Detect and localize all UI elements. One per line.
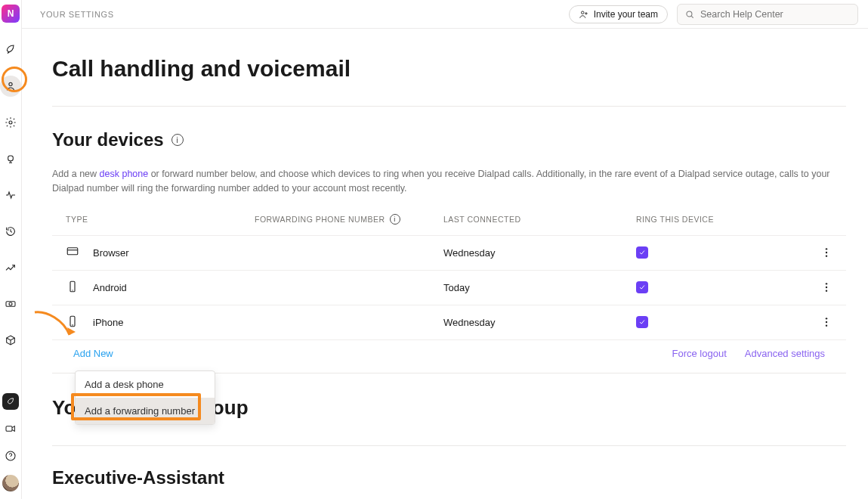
- nav-settings-gear-icon[interactable]: [0, 112, 21, 133]
- svg-point-16: [826, 283, 827, 284]
- user-avatar[interactable]: [2, 475, 19, 491]
- svg-point-7: [11, 458, 11, 459]
- device-type: Browser: [93, 247, 129, 259]
- topbar: YOUR SETTINGS Invite your team: [22, 0, 868, 29]
- devices-table: TYPE FORWARDING PHONE NUMBER i LAST CONN…: [52, 203, 846, 367]
- advanced-settings-link[interactable]: Advanced settings: [745, 348, 825, 359]
- device-last-connected: Wednesday: [443, 247, 636, 259]
- add-new-link[interactable]: Add New: [73, 348, 113, 359]
- svg-rect-2: [8, 156, 14, 161]
- divider: [52, 445, 846, 446]
- desk-phone-link[interactable]: desk phone: [100, 169, 149, 179]
- app-logo[interactable]: N: [2, 5, 20, 23]
- svg-rect-5: [6, 426, 12, 432]
- device-last-connected: Wednesday: [443, 317, 636, 328]
- row-kebab-menu[interactable]: [787, 281, 832, 293]
- dropdown-item[interactable]: Add a desk phone: [76, 371, 215, 398]
- devices-table-header: TYPE FORWARDING PHONE NUMBER i LAST CONN…: [52, 203, 846, 235]
- devices-description: Add a new desk phone or forward number b…: [52, 167, 846, 196]
- iphone-icon: [66, 315, 79, 330]
- nav-help-icon[interactable]: [2, 448, 19, 464]
- nav-apps-icon[interactable]: [2, 393, 19, 410]
- nav-media-icon[interactable]: [0, 293, 21, 315]
- svg-point-11: [826, 248, 827, 250]
- search-icon: [684, 9, 695, 20]
- devices-table-footer: Add New Force logout Advanced settings A…: [52, 339, 846, 367]
- nav-quickstart-icon[interactable]: [0, 39, 21, 60]
- search-input[interactable]: [677, 4, 858, 25]
- divider: [52, 106, 846, 107]
- ring-device-checkbox[interactable]: [636, 281, 648, 293]
- content: Call handling and voicemail Your devices…: [22, 29, 868, 499]
- svg-rect-20: [72, 324, 73, 325]
- svg-point-23: [826, 324, 827, 326]
- device-type: iPhone: [93, 317, 123, 328]
- col-forwarding: FORWARDING PHONE NUMBER i: [255, 214, 443, 225]
- info-icon[interactable]: i: [390, 214, 400, 225]
- svg-point-17: [826, 287, 827, 288]
- nav-video-icon[interactable]: [2, 420, 19, 437]
- add-new-dropdown: Add a desk phoneAdd a forwarding number: [75, 370, 215, 425]
- ring-device-checkbox[interactable]: [636, 316, 648, 328]
- col-last: LAST CONNECTED: [443, 214, 636, 225]
- nav-history-icon[interactable]: [0, 221, 21, 242]
- exec-section-title: Executive-Assistant: [52, 467, 846, 488]
- col-type: TYPE: [66, 214, 255, 225]
- nav-profile-icon[interactable]: [0, 76, 21, 97]
- svg-point-18: [826, 290, 827, 291]
- device-type: Android: [93, 282, 127, 293]
- page-title: Call handling and voicemail: [52, 56, 846, 82]
- table-row: AndroidToday: [52, 270, 846, 305]
- col-ring: RING THIS DEVICE: [636, 214, 787, 225]
- svg-point-1: [9, 121, 12, 124]
- info-icon[interactable]: i: [171, 134, 184, 146]
- main: YOUR SETTINGS Invite your team Call hand…: [22, 0, 868, 499]
- svg-point-8: [581, 11, 584, 13]
- row-kebab-menu[interactable]: [787, 246, 832, 259]
- svg-point-21: [826, 318, 827, 319]
- invite-team-button[interactable]: Invite your team: [569, 5, 668, 23]
- force-logout-link[interactable]: Force logout: [672, 348, 727, 359]
- svg-point-12: [826, 252, 827, 253]
- nav-activity-icon[interactable]: [0, 184, 21, 206]
- svg-point-22: [826, 321, 827, 323]
- ring-device-checkbox[interactable]: [636, 246, 648, 259]
- svg-point-3: [9, 302, 12, 305]
- breadcrumb: YOUR SETTINGS: [40, 10, 114, 19]
- invite-team-label: Invite your team: [594, 9, 658, 20]
- svg-point-0: [9, 82, 12, 85]
- nav-agent-icon[interactable]: [0, 148, 21, 169]
- svg-rect-10: [67, 247, 78, 254]
- browser-icon: [66, 245, 79, 261]
- table-row: iPhoneWednesday: [52, 305, 846, 339]
- svg-point-13: [826, 255, 827, 256]
- svg-point-9: [687, 11, 692, 16]
- invite-people-icon: [579, 9, 589, 20]
- svg-point-15: [72, 290, 73, 290]
- table-row: BrowserWednesday: [52, 235, 846, 270]
- android-icon: [66, 280, 79, 296]
- row-kebab-menu[interactable]: [787, 316, 832, 328]
- devices-section-title: Your devices: [52, 129, 164, 150]
- nav-analytics-icon[interactable]: [0, 257, 21, 278]
- sidebar: N: [0, 0, 22, 499]
- dropdown-item[interactable]: Add a forwarding number: [76, 398, 215, 424]
- device-last-connected: Today: [443, 282, 636, 293]
- nav-package-icon[interactable]: [0, 330, 21, 351]
